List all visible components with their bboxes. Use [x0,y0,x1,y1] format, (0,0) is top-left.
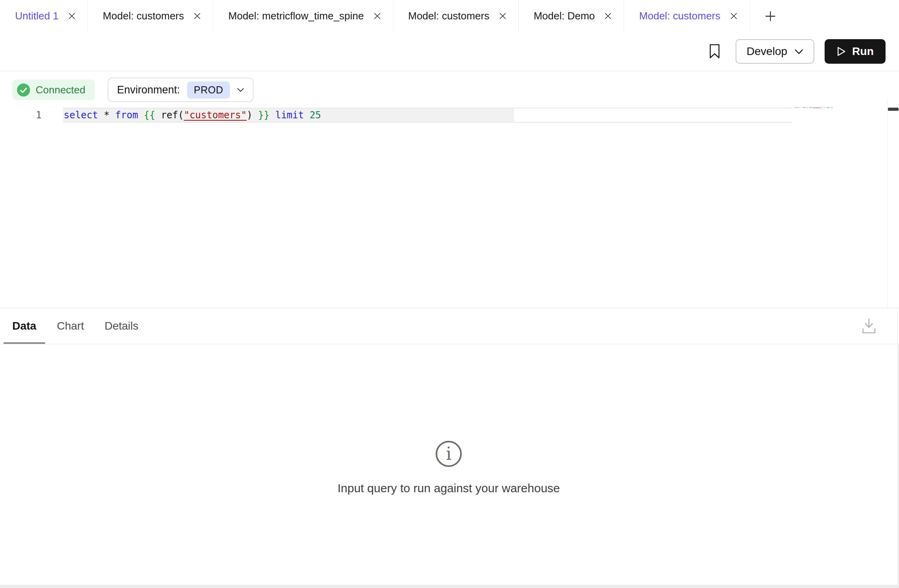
svg-text:i: i [446,444,451,464]
environment-value-chip: PROD [187,82,230,99]
code-token-keyword: from [115,110,138,121]
code-token-plain: ref( [808,106,812,108]
connection-status-label: Connected [36,84,85,96]
code-token-plain [304,110,309,121]
code-token-keyword: select [795,106,800,108]
code-token-plain: ref( [155,110,184,121]
code-token-plain [138,110,144,121]
run-button[interactable]: Run [825,39,886,64]
code-token-string: "customers" [184,110,247,121]
code-editor-line[interactable]: select * from {{ ref("customers") }} lim… [63,108,792,122]
info-icon: i [435,440,462,467]
results-panel: i Input query to run against your wareho… [0,345,897,585]
editor-minimap[interactable]: select * from {{ ref("customers") }} lim… [795,106,834,122]
bookmark-icon[interactable] [709,44,721,59]
editor-tab[interactable]: Model: customers [624,0,749,32]
tab-label: Model: Demo [534,10,595,22]
develop-dropdown-button[interactable]: Develop [736,39,814,64]
code-token-string: "customers" [812,106,822,108]
play-icon [836,46,846,57]
editor-tab[interactable]: Model: customers [88,0,213,32]
close-tab-icon[interactable] [67,11,76,21]
results-tab-data[interactable]: Data [4,308,45,344]
editor-tabs: Untitled 1Model: customersModel: metricf… [0,0,750,32]
editor-scrollbar-thumb[interactable] [888,108,899,111]
download-results-icon[interactable] [862,318,876,336]
tab-bar: Untitled 1Model: customersModel: metricf… [0,0,899,32]
close-tab-icon[interactable] [729,11,738,21]
active-line-highlight: select * from {{ ref("customers") }} lim… [63,108,792,123]
chevron-down-icon [795,49,803,54]
tab-label: Model: customers [103,10,184,22]
editor-tab[interactable]: Model: customers [393,0,519,32]
code-token-number: 25 [309,110,321,121]
editor-scrollbar-track[interactable] [887,99,899,308]
results-tab-chart[interactable]: Chart [48,308,93,344]
code-token-keyword: select [64,110,98,121]
sql-editor-pane: Connected Environment: PROD 1 select * f… [0,72,899,308]
close-tab-icon[interactable] [193,11,202,21]
tab-label: Untitled 1 [15,10,59,22]
code-token-keyword: limit [275,110,304,121]
new-tab-button[interactable] [750,0,791,32]
bottom-divider [0,585,899,588]
close-tab-icon[interactable] [603,11,613,21]
close-tab-icon[interactable] [373,11,382,21]
code-token-keyword: from [802,106,806,108]
code-token-jinja: {{ [144,110,155,121]
code-token-plain: * [98,110,115,121]
code-token-number: 25 [831,106,833,108]
editor-status-row: Connected Environment: PROD [12,78,254,102]
develop-label: Develop [747,45,787,58]
check-circle-icon [17,83,30,97]
code-token-jinja: }} [258,110,269,121]
tab-label: Model: customers [639,10,720,22]
plus-icon [764,10,777,23]
environment-label: Environment: [117,84,180,96]
code-token-plain: ) [247,110,258,121]
empty-state-message: Input query to run against your warehous… [338,482,560,495]
results-tab-details[interactable]: Details [96,308,147,344]
empty-state: i Input query to run against your wareho… [338,440,560,495]
chevron-down-icon [237,88,244,92]
code-token-keyword: limit [826,106,830,108]
close-tab-icon[interactable] [498,11,507,21]
tab-label: Model: customers [408,10,489,22]
connection-status-badge: Connected [12,80,95,100]
editor-tab[interactable]: Model: metricflow_time_spine [213,0,393,32]
tab-label: Model: metricflow_time_spine [228,10,364,22]
line-number: 1 [24,108,42,123]
editor-tab[interactable]: Untitled 1 [0,0,88,32]
editor-tab[interactable]: Model: Demo [519,0,624,32]
run-label: Run [852,45,874,58]
code-token-plain [269,110,275,121]
environment-selector[interactable]: Environment: PROD [108,78,254,102]
results-tab-bar: DataChartDetails [0,308,899,344]
results-tabs: DataChartDetails [4,308,147,344]
minimap-code-line: select * from {{ ref("customers") }} lim… [795,106,800,108]
toolbar: Develop Run [0,32,899,71]
